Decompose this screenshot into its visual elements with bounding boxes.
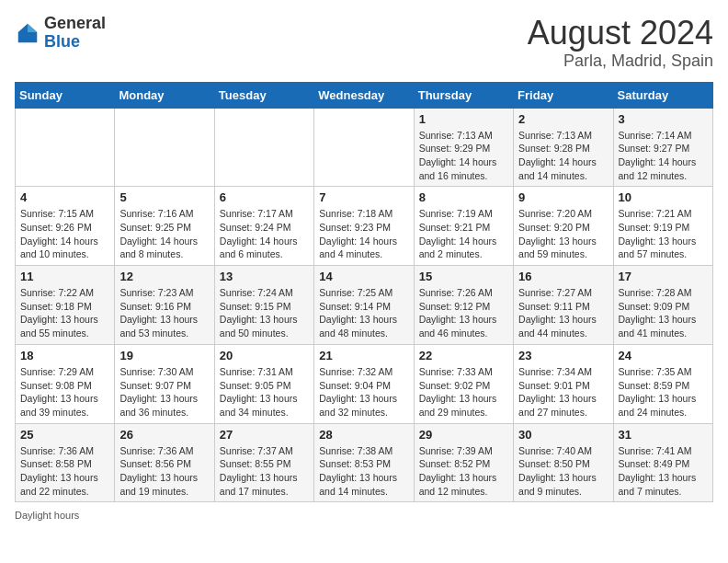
day-info: Sunrise: 7:22 AMSunset: 9:18 PMDaylight:…	[20, 286, 109, 340]
calendar-cell: 10Sunrise: 7:21 AMSunset: 9:19 PMDayligh…	[613, 187, 712, 266]
day-info: Sunrise: 7:30 AMSunset: 9:07 PMDaylight:…	[119, 365, 209, 419]
calendar-cell: 5Sunrise: 7:16 AMSunset: 9:25 PMDaylight…	[115, 187, 214, 266]
calendar-week-row: 4Sunrise: 7:15 AMSunset: 9:26 PMDaylight…	[16, 187, 713, 266]
calendar-cell: 28Sunrise: 7:38 AMSunset: 8:53 PMDayligh…	[314, 423, 414, 502]
calendar-table: SundayMondayTuesdayWednesdayThursdayFrid…	[15, 82, 713, 503]
day-number: 3	[619, 112, 708, 126]
svg-marker-1	[28, 24, 37, 32]
day-number: 5	[119, 190, 209, 204]
day-info: Sunrise: 7:36 AMSunset: 8:58 PMDaylight:…	[20, 444, 109, 499]
calendar-cell: 21Sunrise: 7:32 AMSunset: 9:04 PMDayligh…	[314, 344, 414, 423]
calendar-cell: 16Sunrise: 7:27 AMSunset: 9:11 PMDayligh…	[514, 266, 613, 345]
calendar-cell: 29Sunrise: 7:39 AMSunset: 8:52 PMDayligh…	[414, 423, 513, 502]
day-number: 18	[20, 349, 109, 362]
calendar-cell: 20Sunrise: 7:31 AMSunset: 9:05 PMDayligh…	[214, 344, 313, 423]
day-info: Sunrise: 7:16 AMSunset: 9:25 PMDaylight:…	[119, 207, 209, 261]
calendar-cell: 31Sunrise: 7:41 AMSunset: 8:49 PMDayligh…	[613, 423, 712, 502]
day-info: Sunrise: 7:13 AMSunset: 9:28 PMDaylight:…	[518, 129, 608, 183]
weekday-header-wednesday: Wednesday	[314, 82, 414, 108]
calendar-week-row: 11Sunrise: 7:22 AMSunset: 9:18 PMDayligh…	[16, 266, 713, 345]
day-number: 17	[619, 270, 708, 283]
calendar-cell	[214, 108, 313, 187]
logo-blue: Blue	[44, 32, 80, 51]
day-info: Sunrise: 7:28 AMSunset: 9:09 PMDaylight:…	[619, 286, 708, 340]
calendar-cell	[314, 108, 414, 187]
day-info: Sunrise: 7:25 AMSunset: 9:14 PMDaylight:…	[319, 286, 408, 340]
daylight-hours-label: Daylight hours	[15, 510, 79, 521]
calendar-cell: 14Sunrise: 7:25 AMSunset: 9:14 PMDayligh…	[314, 266, 414, 345]
day-number: 7	[319, 190, 408, 204]
day-info: Sunrise: 7:31 AMSunset: 9:05 PMDaylight:…	[220, 365, 309, 419]
calendar-cell: 3Sunrise: 7:14 AMSunset: 9:27 PMDaylight…	[613, 108, 712, 187]
day-info: Sunrise: 7:36 AMSunset: 8:56 PMDaylight:…	[119, 444, 209, 499]
weekday-header-friday: Friday	[514, 82, 613, 108]
day-number: 13	[220, 270, 309, 283]
day-number: 28	[319, 428, 408, 442]
day-number: 9	[518, 190, 608, 204]
day-number: 14	[319, 270, 408, 283]
day-number: 2	[518, 112, 608, 126]
day-number: 26	[119, 428, 209, 442]
day-info: Sunrise: 7:40 AMSunset: 8:50 PMDaylight:…	[518, 444, 608, 499]
day-number: 15	[419, 270, 508, 283]
day-info: Sunrise: 7:34 AMSunset: 9:01 PMDaylight:…	[518, 365, 608, 419]
day-number: 6	[220, 190, 309, 204]
calendar-cell: 8Sunrise: 7:19 AMSunset: 9:21 PMDaylight…	[414, 187, 513, 266]
calendar-cell: 1Sunrise: 7:13 AMSunset: 9:29 PMDaylight…	[414, 108, 513, 187]
calendar-cell: 11Sunrise: 7:22 AMSunset: 9:18 PMDayligh…	[16, 266, 115, 345]
weekday-header-sunday: Sunday	[16, 82, 115, 108]
logo: General Blue	[15, 15, 106, 52]
calendar-cell: 23Sunrise: 7:34 AMSunset: 9:01 PMDayligh…	[514, 344, 613, 423]
day-number: 10	[619, 190, 708, 204]
calendar-cell: 22Sunrise: 7:33 AMSunset: 9:02 PMDayligh…	[414, 344, 513, 423]
day-info: Sunrise: 7:26 AMSunset: 9:12 PMDaylight:…	[419, 286, 508, 340]
day-info: Sunrise: 7:13 AMSunset: 9:29 PMDaylight:…	[419, 129, 508, 183]
day-info: Sunrise: 7:37 AMSunset: 8:55 PMDaylight:…	[220, 444, 309, 499]
title-block: August 2024 Parla, Madrid, Spain	[528, 15, 713, 71]
day-info: Sunrise: 7:15 AMSunset: 9:26 PMDaylight:…	[20, 207, 109, 261]
day-info: Sunrise: 7:17 AMSunset: 9:24 PMDaylight:…	[220, 207, 309, 261]
calendar-cell: 24Sunrise: 7:35 AMSunset: 8:59 PMDayligh…	[613, 344, 712, 423]
day-info: Sunrise: 7:35 AMSunset: 8:59 PMDaylight:…	[619, 365, 708, 419]
day-number: 27	[220, 428, 309, 442]
day-info: Sunrise: 7:32 AMSunset: 9:04 PMDaylight:…	[319, 365, 408, 419]
day-number: 24	[619, 349, 708, 362]
day-info: Sunrise: 7:19 AMSunset: 9:21 PMDaylight:…	[419, 207, 508, 261]
day-info: Sunrise: 7:14 AMSunset: 9:27 PMDaylight:…	[619, 129, 708, 183]
weekday-header-saturday: Saturday	[613, 82, 712, 108]
calendar-cell: 25Sunrise: 7:36 AMSunset: 8:58 PMDayligh…	[16, 423, 115, 502]
location-title: Parla, Madrid, Spain	[528, 52, 713, 71]
logo-text: General Blue	[44, 15, 106, 52]
calendar-cell: 4Sunrise: 7:15 AMSunset: 9:26 PMDaylight…	[16, 187, 115, 266]
day-info: Sunrise: 7:39 AMSunset: 8:52 PMDaylight:…	[419, 444, 508, 499]
calendar-cell: 30Sunrise: 7:40 AMSunset: 8:50 PMDayligh…	[514, 423, 613, 502]
day-number: 23	[518, 349, 608, 362]
day-info: Sunrise: 7:18 AMSunset: 9:23 PMDaylight:…	[319, 207, 408, 261]
calendar-cell: 17Sunrise: 7:28 AMSunset: 9:09 PMDayligh…	[613, 266, 712, 345]
month-title: August 2024	[528, 15, 713, 52]
day-number: 31	[619, 428, 708, 442]
calendar-cell: 6Sunrise: 7:17 AMSunset: 9:24 PMDaylight…	[214, 187, 313, 266]
calendar-cell	[16, 108, 115, 187]
day-number: 20	[220, 349, 309, 362]
day-number: 16	[518, 270, 608, 283]
calendar-cell: 7Sunrise: 7:18 AMSunset: 9:23 PMDaylight…	[314, 187, 414, 266]
calendar-cell: 2Sunrise: 7:13 AMSunset: 9:28 PMDaylight…	[514, 108, 613, 187]
day-number: 12	[119, 270, 209, 283]
day-number: 19	[119, 349, 209, 362]
weekday-header-tuesday: Tuesday	[214, 82, 313, 108]
day-number: 29	[419, 428, 508, 442]
calendar-cell: 26Sunrise: 7:36 AMSunset: 8:56 PMDayligh…	[115, 423, 214, 502]
calendar-cell	[115, 108, 214, 187]
calendar-cell: 13Sunrise: 7:24 AMSunset: 9:15 PMDayligh…	[214, 266, 313, 345]
day-info: Sunrise: 7:41 AMSunset: 8:49 PMDaylight:…	[619, 444, 708, 499]
day-info: Sunrise: 7:20 AMSunset: 9:20 PMDaylight:…	[518, 207, 608, 261]
day-info: Sunrise: 7:21 AMSunset: 9:19 PMDaylight:…	[619, 207, 708, 261]
page-header: General Blue August 2024 Parla, Madrid, …	[15, 15, 713, 71]
day-number: 1	[419, 112, 508, 126]
calendar-cell: 18Sunrise: 7:29 AMSunset: 9:08 PMDayligh…	[16, 344, 115, 423]
day-info: Sunrise: 7:29 AMSunset: 9:08 PMDaylight:…	[20, 365, 109, 419]
day-info: Sunrise: 7:24 AMSunset: 9:15 PMDaylight:…	[220, 286, 309, 340]
day-number: 11	[20, 270, 109, 283]
calendar-cell: 12Sunrise: 7:23 AMSunset: 9:16 PMDayligh…	[115, 266, 214, 345]
